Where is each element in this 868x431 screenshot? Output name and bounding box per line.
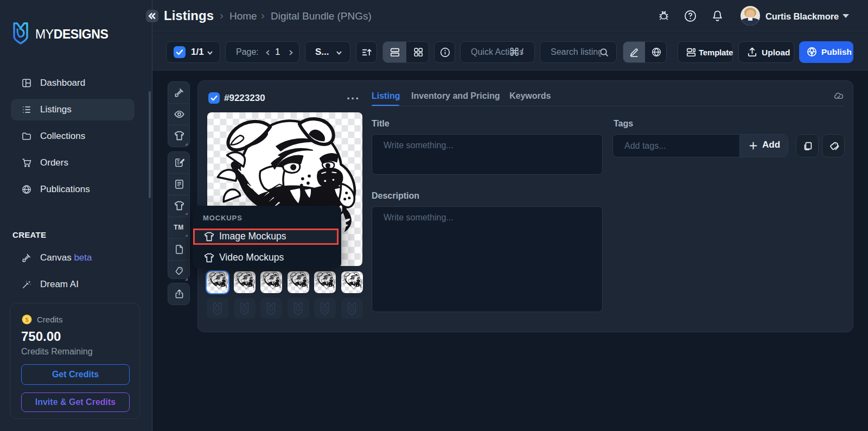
svg-text:$: $ — [25, 316, 28, 323]
